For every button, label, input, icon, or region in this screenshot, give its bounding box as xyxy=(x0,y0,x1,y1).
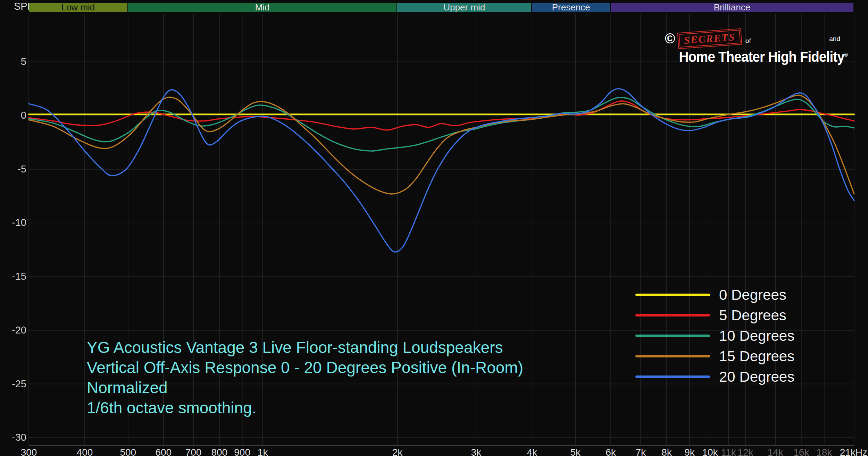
y-tick-label: -30 xyxy=(0,432,26,443)
y-tick-label: 5 xyxy=(0,56,26,67)
band-label: Brilliance xyxy=(714,3,751,12)
legend: 0 Degrees5 Degrees10 Degrees15 Degrees20… xyxy=(635,285,794,387)
band-presence: Presence xyxy=(532,3,610,12)
legend-label: 20 Degrees xyxy=(719,369,794,385)
band-low-mid: Low mid xyxy=(29,3,127,12)
legend-swatch-5-degrees xyxy=(635,314,710,316)
x-tick-label: 300 xyxy=(5,447,53,456)
legend-item: 10 Degrees xyxy=(635,326,794,346)
annotation-line: 1/6th octave smoothing. xyxy=(87,398,523,418)
legend-item: 0 Degrees xyxy=(635,285,794,305)
logo-title: Home Theater High Fidelity xyxy=(679,49,844,65)
site-logo: © SECRETS of and Home Theater High Fidel… xyxy=(665,30,840,65)
y-tick-label: -15 xyxy=(0,271,26,282)
x-tick-label: 1k xyxy=(239,447,287,456)
legend-swatch-15-degrees xyxy=(635,355,710,357)
logo-title-row: Home Theater High Fidelity® xyxy=(679,49,840,65)
y-tick-label: 0 xyxy=(0,110,26,121)
legend-label: 15 Degrees xyxy=(719,348,794,365)
band-label: Upper mid xyxy=(443,3,485,12)
band-label: Presence xyxy=(552,3,590,12)
x-tick-label: 4k xyxy=(508,447,556,456)
logo-and-text: and xyxy=(829,35,840,43)
legend-swatch-0-degrees xyxy=(635,294,710,296)
x-tick-label: 3k xyxy=(452,447,500,456)
band-label: Mid xyxy=(255,3,270,12)
band-upper-mid: Upper mid xyxy=(397,3,531,12)
legend-label: 0 Degrees xyxy=(719,287,786,303)
x-tick-label: 400 xyxy=(60,447,109,456)
secrets-stamp: SECRETS xyxy=(677,28,742,49)
y-tick-label: -20 xyxy=(0,324,26,336)
band-brilliance: Brilliance xyxy=(611,3,853,12)
band-mid: Mid xyxy=(128,3,397,12)
annotation-text: YG Acoustics Vantage 3 Live Floor-standi… xyxy=(87,337,523,418)
logo-of-text: of xyxy=(745,37,751,45)
band-label: Low mid xyxy=(61,3,95,12)
legend-swatch-10-degrees xyxy=(635,335,710,337)
y-tick-label: -25 xyxy=(0,378,26,390)
x-tick-label: 21kHz xyxy=(819,447,867,456)
legend-label: 10 Degrees xyxy=(719,328,794,344)
logo-top-row: © SECRETS of and xyxy=(665,30,840,47)
annotation-line: YG Acoustics Vantage 3 Live Floor-standi… xyxy=(87,337,523,357)
legend-swatch-20-degrees xyxy=(635,375,710,378)
curve-15-degrees xyxy=(29,95,854,194)
annotation-line: Normalized xyxy=(87,378,523,398)
legend-item: 15 Degrees xyxy=(635,346,794,366)
copyright-symbol: © xyxy=(665,31,675,47)
legend-label: 5 Degrees xyxy=(719,307,786,324)
annotation-line: Vertical Off-Axis Response 0 - 20 Degree… xyxy=(87,357,523,378)
legend-item: 5 Degrees xyxy=(635,305,794,326)
chart-canvas: SPL Low midMidUpper midPresenceBrillianc… xyxy=(0,0,868,456)
legend-item: 20 Degrees xyxy=(635,366,794,387)
y-tick-label: -5 xyxy=(0,163,26,175)
x-tick-label: 2k xyxy=(373,447,422,456)
registered-symbol: ® xyxy=(844,52,848,58)
y-tick-label: -10 xyxy=(0,217,26,228)
